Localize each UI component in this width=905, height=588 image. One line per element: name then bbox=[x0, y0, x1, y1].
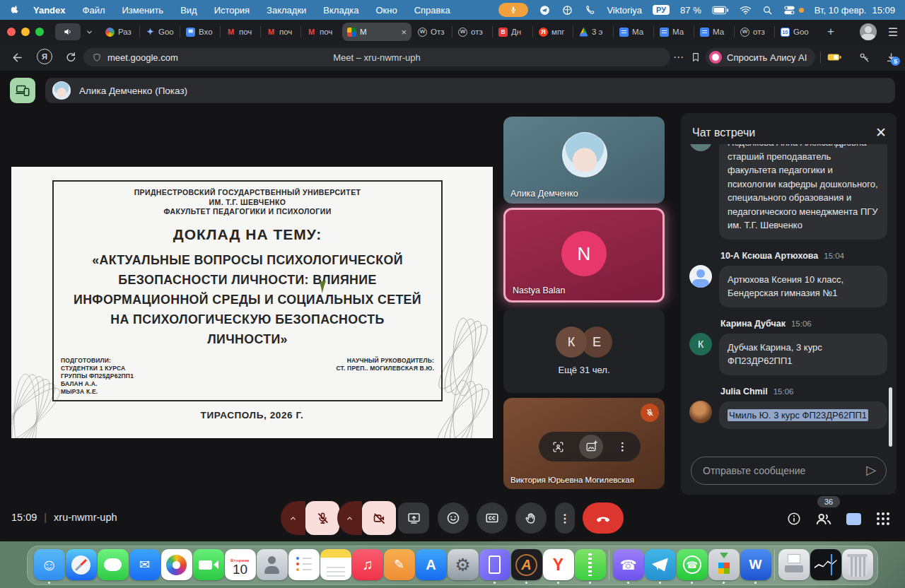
back-button[interactable] bbox=[8, 49, 25, 66]
menu-item-1[interactable]: Файл bbox=[83, 5, 105, 16]
pin-tile-icon[interactable] bbox=[579, 435, 603, 459]
menu-item-2[interactable]: Изменить bbox=[122, 5, 164, 16]
chat-input[interactable] bbox=[701, 464, 866, 477]
tile-more-participants[interactable]: К Е Ещё 31 чел. bbox=[503, 309, 665, 393]
tab-razgovor[interactable]: Раз bbox=[100, 23, 139, 41]
chat-scrollbar[interactable] bbox=[889, 387, 892, 447]
bookmark-icon[interactable] bbox=[687, 49, 704, 66]
telegram-status-icon[interactable] bbox=[539, 4, 551, 16]
send-message-icon[interactable]: ▷ bbox=[866, 462, 876, 478]
chat-messages[interactable]: Н Неделкова Анна Александровна старший п… bbox=[689, 144, 889, 444]
dock-pages[interactable]: ✎ bbox=[383, 549, 415, 584]
tab-meet[interactable]: М× bbox=[342, 23, 411, 41]
dock-notes[interactable] bbox=[320, 549, 351, 584]
dock-safari[interactable] bbox=[65, 549, 97, 584]
dock-finder[interactable]: ☺ bbox=[33, 549, 65, 584]
present-button[interactable] bbox=[398, 502, 429, 534]
dock-contacts[interactable] bbox=[256, 549, 288, 584]
tab-close-icon[interactable]: × bbox=[399, 27, 407, 37]
window-zoom-button[interactable] bbox=[35, 28, 44, 36]
camera-off-button[interactable] bbox=[362, 501, 396, 535]
participants-icon[interactable] bbox=[812, 508, 836, 529]
window-minimize-button[interactable] bbox=[21, 28, 30, 36]
dock-facetime[interactable] bbox=[192, 549, 224, 584]
downloads-icon[interactable]: 5 bbox=[882, 49, 899, 66]
browser-status-icon[interactable] bbox=[561, 4, 573, 16]
tab-gmail-2[interactable]: Mпоч bbox=[262, 23, 300, 41]
dock-appstore[interactable]: A bbox=[415, 549, 447, 584]
menu-item-3[interactable]: Вид bbox=[180, 5, 197, 16]
raise-hand-button[interactable] bbox=[515, 502, 547, 534]
battery-extension-icon[interactable] bbox=[826, 49, 843, 66]
dock-dark-a-app[interactable]: A bbox=[510, 549, 542, 584]
tab-audio-indicator[interactable] bbox=[55, 23, 81, 40]
window-close-button[interactable] bbox=[7, 28, 16, 36]
menu-app[interactable]: Yandex bbox=[33, 5, 66, 16]
tab-gmail-1[interactable]: Mпоч bbox=[221, 23, 260, 41]
menu-item-8[interactable]: Справка bbox=[414, 5, 450, 16]
dock-calendar[interactable]: Вторник10 bbox=[224, 549, 256, 584]
menu-item-5[interactable]: Закладки bbox=[267, 5, 306, 16]
language-badge[interactable]: РУ bbox=[653, 5, 670, 15]
presenter-banner[interactable]: Алика Демченко (Показ) bbox=[45, 78, 895, 103]
more-actions-icon[interactable]: ⋯ bbox=[670, 49, 687, 66]
tile-more-options-icon[interactable]: ⋮ bbox=[617, 440, 628, 453]
mic-options-chevron[interactable] bbox=[281, 501, 305, 535]
menu-item-6[interactable]: Вкладка bbox=[323, 5, 358, 16]
chat-close-icon[interactable]: ✕ bbox=[875, 124, 887, 141]
tab-gcal[interactable]: 10Goo bbox=[776, 23, 814, 41]
dock-iphone-mirroring[interactable] bbox=[479, 549, 510, 584]
dock-word[interactable]: W bbox=[740, 549, 771, 584]
more-options-button[interactable]: ⋮ bbox=[555, 502, 575, 534]
dock-yandex-browser[interactable]: Y bbox=[542, 549, 574, 584]
new-tab-button[interactable]: + bbox=[822, 23, 840, 41]
tab-drive[interactable]: 3 э bbox=[574, 23, 613, 41]
mic-active-indicator[interactable] bbox=[498, 3, 528, 17]
camera-options-chevron[interactable] bbox=[337, 501, 362, 535]
focus-participant-icon[interactable] bbox=[551, 440, 565, 454]
reload-button[interactable] bbox=[62, 49, 79, 66]
passwords-key-icon[interactable] bbox=[856, 49, 872, 66]
dock-stocks[interactable] bbox=[810, 549, 841, 584]
tab-docs-1[interactable]: Ма bbox=[614, 23, 653, 41]
chat-toggle-icon[interactable] bbox=[841, 508, 865, 529]
tab-dnevnik[interactable]: ВДн bbox=[494, 23, 532, 41]
dock-archiver[interactable] bbox=[574, 549, 606, 584]
dock-whatsapp[interactable]: ☎ bbox=[676, 549, 708, 584]
presenting-indicator-icon[interactable] bbox=[10, 78, 35, 103]
dock-printer[interactable] bbox=[778, 549, 810, 584]
dock-ms-office-installer[interactable] bbox=[708, 549, 740, 584]
end-call-button[interactable] bbox=[583, 502, 624, 534]
wifi-icon[interactable] bbox=[740, 5, 752, 15]
dock-music[interactable]: ♫ bbox=[351, 549, 383, 584]
apple-icon[interactable] bbox=[10, 4, 21, 16]
dock-messages[interactable] bbox=[97, 549, 129, 584]
tab-wordpress-3[interactable]: Wотз bbox=[735, 23, 774, 41]
tab-gmail-3[interactable]: Mпоч bbox=[302, 23, 341, 41]
captions-button[interactable] bbox=[477, 502, 508, 534]
dock-mail[interactable]: ✉ bbox=[129, 549, 160, 584]
meeting-details-icon[interactable] bbox=[782, 508, 806, 529]
tab-docs-3[interactable]: Ма bbox=[695, 23, 734, 41]
tab-gemini[interactable]: ✦Goo bbox=[141, 23, 180, 41]
tab-wordpress-1[interactable]: WОтз bbox=[413, 23, 452, 41]
yandex-home-button[interactable]: Я bbox=[37, 49, 52, 64]
tile-viktoria-mogilevskaya[interactable]: ⋮ Виктория Юрьевна Могилевская bbox=[503, 398, 665, 489]
tile-alika-demchenko[interactable]: Алика Демченко bbox=[503, 117, 665, 204]
dock-trash[interactable] bbox=[841, 549, 873, 584]
tab-yandex[interactable]: Ямпг bbox=[534, 23, 573, 41]
menu-item-7[interactable]: Окно bbox=[375, 5, 397, 16]
address-bar[interactable]: meet.google.com Meet – xru-nwmr-uph bbox=[83, 48, 670, 66]
dock-telegram[interactable] bbox=[644, 549, 676, 584]
menu-item-4[interactable]: История bbox=[214, 5, 250, 16]
menubar-clock[interactable]: Вт, 10 февр. 15:09 bbox=[814, 5, 895, 16]
emoji-reactions-button[interactable] bbox=[438, 502, 469, 534]
browser-profile-avatar[interactable] bbox=[860, 23, 877, 40]
tile-nastya-balan[interactable]: N Nastya Balan bbox=[503, 208, 665, 302]
dock-reminders[interactable] bbox=[288, 549, 320, 584]
dock-settings[interactable]: ⚙ bbox=[447, 549, 479, 584]
dock-viber[interactable]: ☎ bbox=[612, 549, 644, 584]
tab-inbox[interactable]: ✉Вхо bbox=[181, 23, 220, 41]
audio-dropdown-chevron[interactable] bbox=[82, 23, 96, 40]
viber-status-icon[interactable] bbox=[584, 4, 596, 16]
